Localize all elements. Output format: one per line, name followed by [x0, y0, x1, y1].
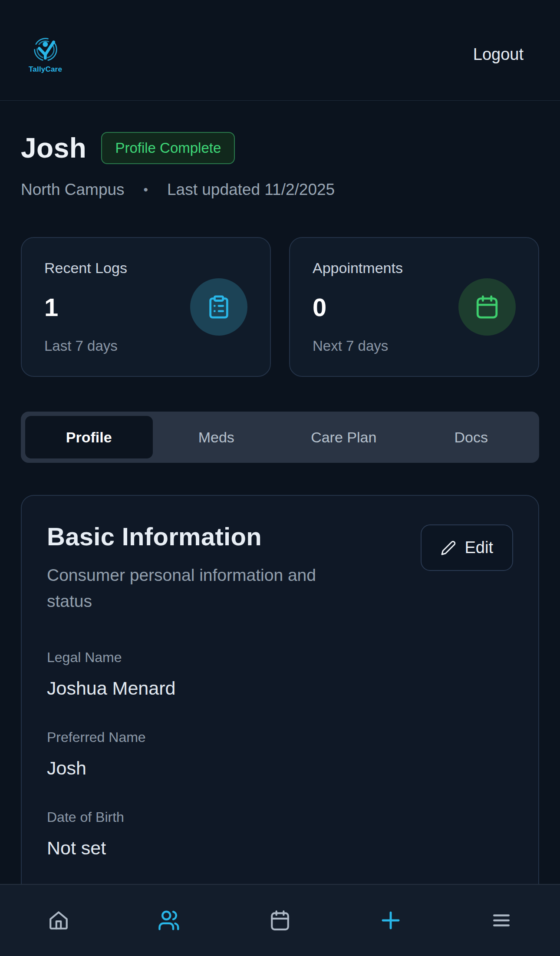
recent-logs-caption: Last 7 days	[44, 338, 127, 354]
basic-information-title: Basic Information	[47, 522, 351, 551]
profile-header: Josh Profile Complete	[21, 132, 539, 164]
field-date-of-birth: Date of Birth Not set	[47, 809, 513, 859]
menu-icon	[491, 910, 512, 931]
tab-profile[interactable]: Profile	[25, 416, 153, 458]
calendar-icon	[458, 278, 516, 336]
appointments-caption: Next 7 days	[313, 338, 403, 354]
nav-consumers-button[interactable]	[153, 904, 185, 936]
logo-wordmark: TallyCare	[29, 65, 62, 74]
field-value: Joshua Menard	[47, 678, 513, 699]
recent-logs-card[interactable]: Recent Logs 1 Last 7 days	[21, 237, 271, 377]
field-value: Not set	[47, 837, 513, 859]
status-badge: Profile Complete	[101, 132, 235, 164]
app-header: TallyCare Logout	[0, 0, 560, 101]
main-content: Josh Profile Complete North Campus • Las…	[0, 132, 560, 933]
field-label: Preferred Name	[47, 729, 513, 745]
appointments-title: Appointments	[313, 260, 403, 277]
clipboard-list-icon	[190, 278, 247, 336]
edit-button[interactable]: Edit	[421, 524, 513, 571]
nav-home-button[interactable]	[43, 905, 74, 936]
basic-information-subtitle: Consumer personal information and status	[47, 562, 351, 615]
section-tabs: Profile Meds Care Plan Docs	[21, 412, 539, 463]
recent-logs-count: 1	[44, 293, 127, 322]
home-icon	[48, 910, 69, 931]
nav-add-button[interactable]	[375, 904, 407, 936]
tallycare-logo-icon	[32, 36, 59, 63]
field-label: Legal Name	[47, 649, 513, 666]
profile-meta: North Campus • Last updated 11/2/2025	[21, 181, 539, 199]
calendar-icon	[269, 910, 291, 931]
page-title: Josh	[21, 132, 86, 164]
tab-care-plan[interactable]: Care Plan	[280, 416, 408, 458]
tab-docs[interactable]: Docs	[408, 416, 535, 458]
tab-meds[interactable]: Meds	[153, 416, 280, 458]
field-legal-name: Legal Name Joshua Menard	[47, 649, 513, 699]
appointments-count: 0	[313, 293, 403, 322]
pencil-icon	[441, 540, 456, 556]
last-updated-label: Last updated 11/2/2025	[167, 181, 335, 199]
stat-cards: Recent Logs 1 Last 7 days Appointments 0…	[21, 237, 539, 377]
location-label: North Campus	[21, 181, 125, 199]
appointments-card[interactable]: Appointments 0 Next 7 days	[289, 237, 539, 377]
field-value: Josh	[47, 758, 513, 779]
nav-calendar-button[interactable]	[265, 905, 295, 936]
plus-icon	[379, 909, 402, 932]
field-list: Legal Name Joshua Menard Preferred Name …	[47, 649, 513, 859]
nav-menu-button[interactable]	[486, 905, 517, 936]
field-label: Date of Birth	[47, 809, 513, 825]
dot-separator: •	[144, 182, 148, 197]
recent-logs-title: Recent Logs	[44, 260, 127, 277]
users-icon	[158, 909, 181, 932]
bottom-nav	[0, 884, 560, 956]
basic-information-card: Basic Information Consumer personal info…	[21, 495, 539, 933]
logout-button[interactable]: Logout	[473, 45, 524, 64]
field-preferred-name: Preferred Name Josh	[47, 729, 513, 779]
edit-button-label: Edit	[465, 538, 493, 557]
app-logo: TallyCare	[29, 36, 62, 74]
